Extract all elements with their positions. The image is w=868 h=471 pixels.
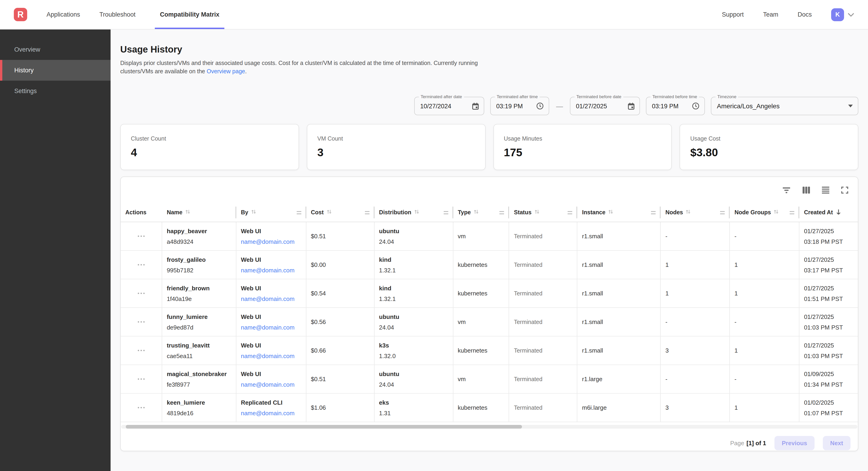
- sidebar-item-overview[interactable]: Overview: [0, 39, 111, 60]
- column-menu-icon[interactable]: [568, 211, 572, 214]
- cell-primary-text: ubuntu: [379, 370, 453, 377]
- by-email-link[interactable]: name@domain.com: [241, 324, 306, 331]
- cell-primary-text: 01/27/2025: [804, 228, 858, 234]
- column-header-node-groups[interactable]: Node Groups: [730, 203, 799, 222]
- cell-secondary-text: 01:03 PM PST: [804, 324, 858, 331]
- select-arrow-icon[interactable]: [848, 105, 853, 107]
- cell-secondary-text: 1f40a19e: [167, 295, 236, 302]
- table-row: happy_beavera48d9324Web UIname@domain.co…: [121, 222, 858, 251]
- nav-link-support[interactable]: Support: [722, 11, 744, 18]
- tab-compatibility-matrix[interactable]: Compatibility Matrix: [155, 0, 224, 29]
- sidebar-item-history[interactable]: History: [0, 60, 111, 81]
- column-header-type[interactable]: Type: [453, 203, 509, 222]
- column-header-instance[interactable]: Instance: [578, 203, 661, 222]
- column-menu-icon[interactable]: [443, 211, 448, 214]
- terminated-before-time-field[interactable]: Terminated before time 03:19 PM: [646, 97, 705, 115]
- row-actions-button[interactable]: [121, 365, 162, 393]
- cell-by: Web UIname@domain.com: [236, 365, 306, 393]
- clock-icon[interactable]: [536, 102, 544, 110]
- overview-page-link[interactable]: Overview page: [207, 68, 245, 75]
- column-menu-icon[interactable]: [297, 211, 301, 214]
- horizontal-scrollbar[interactable]: [121, 425, 858, 429]
- cell-instance: r1.small: [578, 308, 661, 336]
- column-menu-icon[interactable]: [651, 211, 656, 214]
- cell-text: $0.54: [311, 290, 374, 297]
- cell-primary-text: frosty_galileo: [167, 256, 236, 263]
- cell-created-at: 01/27/202501:03 PM PST: [799, 336, 858, 364]
- scrollbar-thumb[interactable]: [126, 425, 522, 429]
- by-email-link[interactable]: name@domain.com: [241, 238, 306, 245]
- fullscreen-icon[interactable]: [841, 187, 848, 194]
- table-toolbar: [121, 177, 858, 203]
- terminated-after-date-field[interactable]: Terminated after date 10/27/2024: [414, 97, 484, 115]
- columns-icon[interactable]: [803, 187, 810, 194]
- cell-type: vm: [453, 365, 509, 393]
- row-actions-button[interactable]: [121, 279, 162, 307]
- density-icon[interactable]: [822, 187, 829, 194]
- nav-link-docs[interactable]: Docs: [798, 11, 812, 18]
- cell-text: $0.51: [311, 233, 374, 240]
- cell-text: r1.small: [582, 347, 660, 354]
- by-email-link[interactable]: name@domain.com: [241, 381, 306, 388]
- row-actions-button[interactable]: [121, 251, 162, 279]
- cell-primary-text: Web UI: [241, 256, 306, 263]
- column-header-by[interactable]: By: [236, 203, 306, 222]
- cell-instance: m6i.large: [578, 393, 661, 422]
- cell-type: vm: [453, 222, 509, 250]
- timezone-select[interactable]: Timezone America/Los_Angeles: [711, 97, 858, 115]
- cell-name: frosty_galileo995b7182: [162, 251, 236, 279]
- cell-primary-text: Web UI: [241, 370, 306, 377]
- column-menu-icon[interactable]: [790, 211, 794, 214]
- filter-icon[interactable]: [782, 187, 790, 193]
- sidebar-item-settings[interactable]: Settings: [0, 81, 111, 101]
- terminated-after-time-field[interactable]: Terminated after time 03:19 PM: [490, 97, 549, 115]
- clock-icon[interactable]: [692, 102, 700, 110]
- sort-arrows-icon: [534, 209, 539, 216]
- cell-name: happy_beavera48d9324: [162, 222, 236, 250]
- cell-primary-text: ubuntu: [379, 228, 453, 234]
- column-menu-icon[interactable]: [365, 211, 369, 214]
- row-actions-button[interactable]: [121, 308, 162, 336]
- user-menu[interactable]: K: [831, 8, 854, 21]
- cell-nodes: -: [661, 365, 730, 393]
- column-header-cost[interactable]: Cost: [306, 203, 375, 222]
- next-button[interactable]: Next: [823, 436, 850, 450]
- row-actions-button[interactable]: [121, 336, 162, 364]
- column-menu-icon[interactable]: [720, 211, 725, 214]
- by-email-link[interactable]: name@domain.com: [241, 410, 306, 416]
- column-header-nodes[interactable]: Nodes: [661, 203, 730, 222]
- terminated-before-date-field[interactable]: Terminated before date 01/27/2025: [570, 97, 640, 115]
- ellipsis-icon: [137, 235, 139, 237]
- row-actions-button[interactable]: [121, 222, 162, 250]
- previous-button[interactable]: Previous: [774, 436, 814, 450]
- cell-status: Terminated: [509, 393, 578, 422]
- replicated-logo[interactable]: R: [14, 8, 27, 21]
- cell-text: -: [665, 319, 730, 325]
- by-email-link[interactable]: name@domain.com: [241, 295, 306, 302]
- page-label: Page: [730, 440, 744, 447]
- row-actions-button[interactable]: [121, 393, 162, 422]
- page-description: Displays prior clusters/VMs and their as…: [120, 59, 858, 76]
- stat-card-vm-count: VM Count3: [307, 124, 486, 170]
- by-email-link[interactable]: name@domain.com: [241, 352, 306, 359]
- column-header-created-at[interactable]: Created At: [799, 203, 858, 222]
- tab-troubleshoot[interactable]: Troubleshoot: [99, 0, 136, 29]
- arrow-down-icon: [836, 209, 841, 216]
- avatar[interactable]: K: [831, 8, 844, 21]
- cell-secondary-text: 01:07 PM PST: [804, 410, 858, 416]
- page-info: [1] of 1: [747, 440, 766, 447]
- calendar-icon[interactable]: [472, 102, 479, 110]
- column-menu-icon[interactable]: [500, 211, 504, 214]
- calendar-icon[interactable]: [628, 102, 634, 110]
- tab-applications[interactable]: Applications: [46, 0, 80, 29]
- column-header-status[interactable]: Status: [509, 203, 578, 222]
- column-header-name[interactable]: Name: [162, 203, 236, 222]
- cell-nodes: 1: [661, 279, 730, 307]
- cell-primary-text: happy_beaver: [167, 228, 236, 234]
- column-header-distribution[interactable]: Distribution: [374, 203, 453, 222]
- cell-primary-text: 01/27/2025: [804, 313, 858, 320]
- cell-primary-text: Web UI: [241, 285, 306, 292]
- nav-link-team[interactable]: Team: [763, 11, 778, 18]
- by-email-link[interactable]: name@domain.com: [241, 267, 306, 273]
- chevron-down-icon[interactable]: [848, 13, 854, 17]
